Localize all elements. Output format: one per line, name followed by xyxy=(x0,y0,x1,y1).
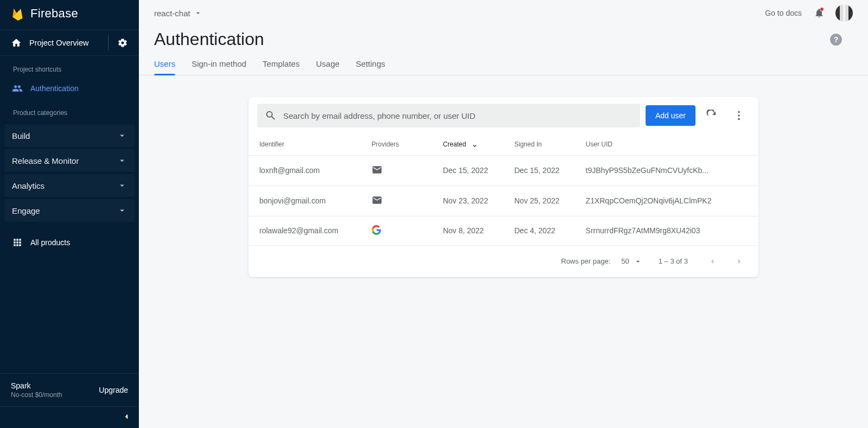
collapse-sidebar-button[interactable] xyxy=(122,412,131,424)
table-footer: Rows per page: 50 1 – 3 of 3 xyxy=(248,246,758,277)
cell-uid: SrrnurrdFRgz7AtMM9rg8XU42i03 xyxy=(575,216,758,245)
sidebar-categories: Build Release & Monitor Analytics Engage xyxy=(0,121,139,225)
search-container xyxy=(257,104,640,127)
col-created-label: Created xyxy=(443,140,466,148)
topbar: react-chat Go to docs xyxy=(139,0,868,26)
table-row[interactable]: loxnft@gmail.comDec 15, 2022Dec 15, 2022… xyxy=(248,155,758,186)
rows-per-page-select[interactable]: 50 xyxy=(621,257,642,266)
apps-icon xyxy=(12,237,23,248)
firebase-logo-icon xyxy=(11,7,25,21)
cell-identifier: loxnft@gmail.com xyxy=(248,155,361,186)
sidebar-collapse-row xyxy=(0,406,139,428)
chevron-down-icon xyxy=(117,156,127,165)
svg-point-0 xyxy=(738,111,740,113)
tab-users[interactable]: Users xyxy=(154,59,175,75)
brand-text: Firebase xyxy=(30,7,78,21)
chevron-down-icon xyxy=(117,206,127,215)
vertical-divider xyxy=(108,35,108,50)
triangle-down-icon xyxy=(634,257,642,266)
users-card: Add user Identifier Providers Created xyxy=(248,97,758,277)
table-row[interactable]: bonjovi@gmail.comNov 23, 2022Nov 25, 202… xyxy=(248,186,758,216)
go-to-docs-link[interactable]: Go to docs xyxy=(765,9,802,17)
user-avatar[interactable] xyxy=(835,4,853,22)
chevron-down-icon xyxy=(117,181,127,190)
project-selector[interactable]: react-chat xyxy=(154,9,202,18)
tab-settings[interactable]: Settings xyxy=(356,59,385,75)
people-icon xyxy=(12,83,23,94)
tabs: Users Sign-in method Templates Usage Set… xyxy=(139,49,868,75)
tab-templates[interactable]: Templates xyxy=(263,59,299,75)
cell-uid: Z1XRqpCOemQj2ONqiv6jALClmPK2 xyxy=(575,186,758,216)
spark-plan-row: Spark No-cost $0/month Upgrade xyxy=(0,373,139,406)
card-toolbar: Add user xyxy=(248,97,758,134)
table-row[interactable]: rolawale92@gmail.comNov 8, 2022Dec 4, 20… xyxy=(248,216,758,245)
svg-point-2 xyxy=(738,118,740,120)
google-icon xyxy=(372,225,381,235)
spark-plan-name: Spark xyxy=(11,381,62,390)
upgrade-button[interactable]: Upgrade xyxy=(99,386,128,394)
sidebar-cat-build[interactable]: Build xyxy=(4,124,135,147)
tab-usage[interactable]: Usage xyxy=(316,59,339,75)
shortcut-auth-label: Authentication xyxy=(30,84,79,93)
cell-created: Dec 15, 2022 xyxy=(432,155,503,186)
sidebar-all-products[interactable]: All products xyxy=(0,228,139,257)
more-options-button[interactable] xyxy=(728,105,750,126)
page-header: Authentication ? xyxy=(139,26,868,49)
cell-provider xyxy=(361,216,432,245)
email-icon xyxy=(372,195,382,206)
sidebar-spacer xyxy=(0,257,139,373)
refresh-icon xyxy=(706,110,718,122)
cat-engage-label: Engage xyxy=(12,206,40,215)
triangle-down-icon xyxy=(194,9,202,17)
col-created[interactable]: Created xyxy=(432,134,503,155)
prev-page-button[interactable] xyxy=(704,253,720,270)
sidebar-project-overview[interactable]: Project Overview xyxy=(0,30,139,56)
content-area: Add user Identifier Providers Created xyxy=(139,75,868,277)
cell-uid: t9JBhyP9S5bZeGuFNmCVUyfcKb... xyxy=(575,155,758,186)
refresh-button[interactable] xyxy=(701,105,723,126)
cell-identifier: bonjovi@gmail.com xyxy=(248,186,361,216)
project-settings-button[interactable] xyxy=(112,32,133,54)
chevron-down-icon xyxy=(117,131,127,140)
col-uid[interactable]: User UID xyxy=(575,134,758,155)
cat-analytics-label: Analytics xyxy=(12,181,44,190)
col-signed-in[interactable]: Signed In xyxy=(503,134,575,155)
chevron-left-icon xyxy=(122,412,131,421)
home-icon xyxy=(11,37,22,48)
cell-signed-in: Dec 15, 2022 xyxy=(503,155,575,186)
cell-identifier: rolawale92@gmail.com xyxy=(248,216,361,245)
col-identifier[interactable]: Identifier xyxy=(248,134,361,155)
page-title: Authentication xyxy=(154,29,264,49)
sidebar-item-authentication[interactable]: Authentication xyxy=(0,78,139,99)
chevron-left-icon xyxy=(707,257,717,266)
sidebar-cat-engage[interactable]: Engage xyxy=(4,199,135,222)
sidebar: Firebase Project Overview Project shortc… xyxy=(0,0,139,428)
col-providers[interactable]: Providers xyxy=(361,134,432,155)
add-user-button[interactable]: Add user xyxy=(646,105,695,126)
notifications-button[interactable] xyxy=(810,4,828,22)
gear-icon xyxy=(117,37,128,48)
categories-section-label: Product categories xyxy=(0,99,139,121)
next-page-button[interactable] xyxy=(731,253,748,270)
all-products-label: All products xyxy=(30,238,70,247)
help-button[interactable]: ? xyxy=(830,34,842,46)
notification-dot xyxy=(820,7,824,11)
cell-created: Nov 23, 2022 xyxy=(432,186,503,216)
svg-point-1 xyxy=(738,114,740,117)
rows-per-page-value: 50 xyxy=(621,257,629,265)
page-range: 1 – 3 of 3 xyxy=(659,257,688,265)
project-name: react-chat xyxy=(154,9,190,18)
chevron-right-icon xyxy=(735,257,744,266)
sidebar-cat-analytics[interactable]: Analytics xyxy=(4,174,135,197)
spark-plan-sub: No-cost $0/month xyxy=(11,391,62,399)
project-overview-label: Project Overview xyxy=(29,39,105,47)
email-icon xyxy=(372,164,382,175)
cell-provider xyxy=(361,155,432,186)
firebase-brand[interactable]: Firebase xyxy=(0,0,139,30)
search-input[interactable] xyxy=(283,111,633,120)
tab-sign-in-method[interactable]: Sign-in method xyxy=(192,59,246,75)
shortcuts-section-label: Project shortcuts xyxy=(0,56,139,78)
more-vert-icon xyxy=(733,110,745,122)
sidebar-cat-release[interactable]: Release & Monitor xyxy=(4,149,135,172)
cell-created: Nov 8, 2022 xyxy=(432,216,503,245)
